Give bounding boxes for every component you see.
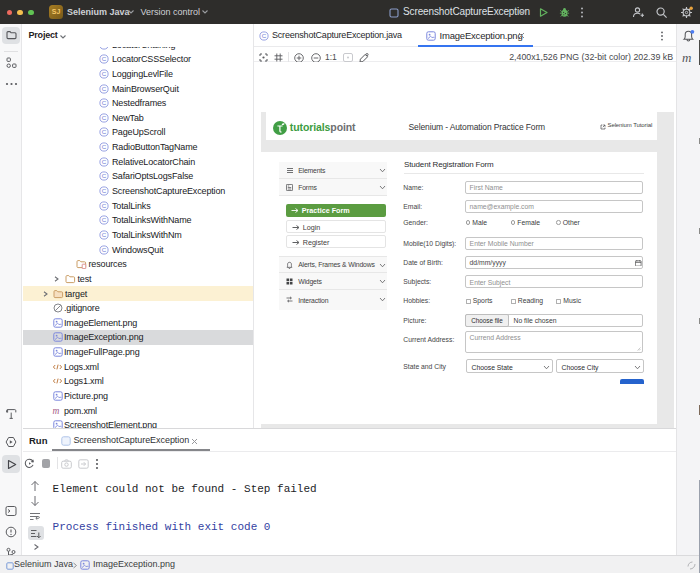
svg-text:C: C (102, 70, 107, 77)
svg-text:C: C (102, 246, 107, 253)
svg-text:C: C (102, 158, 107, 165)
svg-text:C: C (102, 47, 107, 49)
svg-text:C: C (102, 56, 107, 63)
svg-text:C: C (102, 202, 107, 209)
svg-text:C: C (102, 129, 107, 136)
svg-text:C: C (102, 143, 107, 150)
svg-text:C: C (102, 217, 107, 224)
svg-text:C: C (102, 173, 107, 180)
svg-text:C: C (102, 114, 107, 121)
svg-text:C: C (102, 231, 107, 238)
svg-text:C: C (262, 32, 267, 39)
svg-text:C: C (102, 100, 107, 107)
svg-text:C: C (102, 85, 107, 92)
svg-text:C: C (102, 187, 107, 194)
